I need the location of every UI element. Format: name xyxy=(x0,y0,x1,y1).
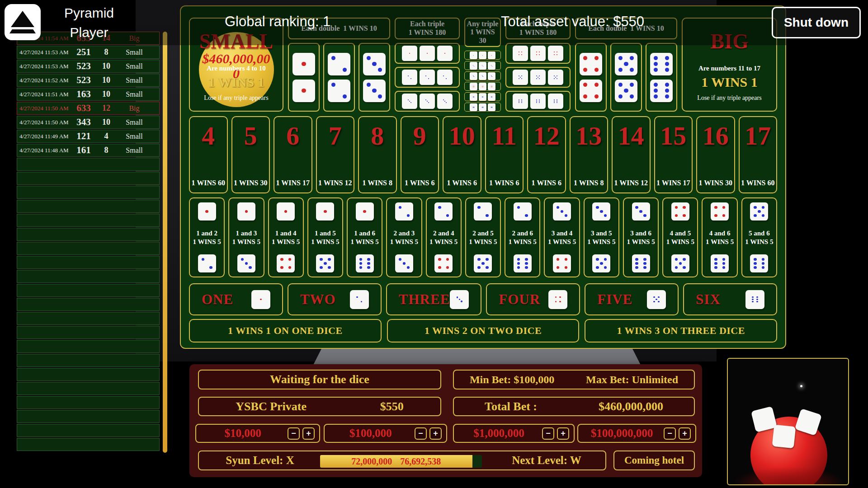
bet-limits-box: Min Bet: $100,000 Max Bet: Unlimited xyxy=(453,370,695,389)
bet-combo-1-2[interactable]: 1 and 21 WINS 5 xyxy=(189,197,225,277)
history-row-empty xyxy=(17,298,160,311)
pip xyxy=(643,262,646,265)
chip-10000-minus-button[interactable]: − xyxy=(288,427,300,440)
die-3 xyxy=(470,72,477,80)
pip xyxy=(536,54,537,55)
bet-total-13[interactable]: 131 WINS 8 xyxy=(570,116,609,193)
history-row-empty xyxy=(17,172,160,185)
bet-total-6[interactable]: 61 WINS 17 xyxy=(274,116,312,193)
bet-combo-4-5[interactable]: 4 and 51 WINS 5 xyxy=(662,197,698,277)
bet-combo-2-6[interactable]: 2 and 61 WINS 5 xyxy=(505,197,540,277)
bet-total-10[interactable]: 101 WINS 6 xyxy=(443,116,481,193)
chip-100000-plus-button[interactable]: + xyxy=(429,427,442,440)
combo-label: 3 and 41 WINS 5 xyxy=(548,229,576,246)
die-2 xyxy=(420,70,435,85)
chip-select-100000[interactable]: $100,000 − + xyxy=(324,424,447,443)
combo-name: 2 and 3 xyxy=(390,229,418,238)
pip xyxy=(492,108,492,108)
pip xyxy=(583,83,587,87)
bet-single-five[interactable]: FIVE xyxy=(585,283,679,315)
history-size: Small xyxy=(116,62,159,70)
bet-triple-4[interactable] xyxy=(505,43,571,64)
pip xyxy=(473,65,473,66)
bet-triple-1[interactable] xyxy=(395,43,460,64)
chip-100000000-minus-button[interactable]: − xyxy=(664,427,676,440)
pip xyxy=(554,75,555,76)
bet-total-9[interactable]: 91 WINS 6 xyxy=(401,116,439,193)
bet-combo-1-4[interactable]: 1 and 41 WINS 5 xyxy=(268,197,304,277)
bet-single-six[interactable]: SIX xyxy=(683,283,777,315)
bet-combo-1-3[interactable]: 1 and 31 WINS 5 xyxy=(228,197,264,277)
coming-hotel-button[interactable]: Coming hotel xyxy=(613,450,695,470)
die-1 xyxy=(479,52,486,59)
bet-combo-4-6[interactable]: 4 and 61 WINS 5 xyxy=(702,197,737,277)
pip xyxy=(483,87,483,87)
pip xyxy=(555,301,557,303)
bet-combo-2-4[interactable]: 2 and 41 WINS 5 xyxy=(426,197,462,277)
bet-total-8[interactable]: 81 WINS 8 xyxy=(358,116,397,193)
bet-total-5[interactable]: 51 WINS 30 xyxy=(231,116,270,193)
pyramid-base xyxy=(9,29,36,33)
bet-total-4[interactable]: 41 WINS 60 xyxy=(189,116,228,193)
total-number: 7 xyxy=(329,124,342,148)
bet-combo-5-6[interactable]: 5 and 61 WINS 5 xyxy=(741,197,777,277)
chip-select-100000000[interactable]: $100,000,000 − + xyxy=(577,424,696,443)
pip xyxy=(288,266,292,269)
die-4 xyxy=(553,254,571,272)
history-dice: 343 xyxy=(71,117,97,128)
bet-any-triple[interactable] xyxy=(464,51,501,112)
pip xyxy=(654,94,658,99)
combo-odds: 1 WINS 5 xyxy=(509,238,537,246)
chip-1000000-minus-button[interactable]: − xyxy=(542,427,554,440)
die-5 xyxy=(474,254,492,272)
bet-double-5[interactable] xyxy=(610,43,642,112)
pip xyxy=(594,68,599,72)
bet-combo-2-5[interactable]: 2 and 51 WINS 5 xyxy=(465,197,501,277)
bet-combo-2-3[interactable]: 2 and 31 WINS 5 xyxy=(386,197,422,277)
bet-triple-6[interactable] xyxy=(505,91,571,112)
totals-row: 41 WINS 6051 WINS 3061 WINS 1771 WINS 12… xyxy=(189,116,777,193)
chip-select-10000[interactable]: $10,000 − + xyxy=(195,424,320,443)
pip xyxy=(635,262,638,265)
bet-double-4[interactable] xyxy=(575,43,607,112)
bet-double-1[interactable] xyxy=(288,43,320,112)
shutdown-button[interactable]: Shut down xyxy=(772,7,861,38)
bet-single-two[interactable]: TWO xyxy=(288,283,382,315)
pip xyxy=(461,300,462,302)
combo-name: 2 and 6 xyxy=(509,229,537,238)
history-scrollbar[interactable] xyxy=(163,32,167,453)
pip xyxy=(519,52,519,52)
chip-10000-plus-button[interactable]: + xyxy=(302,427,315,440)
chip-1000000-plus-button[interactable]: + xyxy=(557,427,569,440)
bet-double-2[interactable] xyxy=(323,43,355,112)
bet-total-7[interactable]: 71 WINS 12 xyxy=(316,116,355,193)
chip-100000-minus-button[interactable]: − xyxy=(415,427,427,440)
bet-combo-3-6[interactable]: 3 and 61 WINS 5 xyxy=(623,197,659,277)
bet-single-one[interactable]: ONE xyxy=(189,283,283,315)
bet-triple-5[interactable] xyxy=(505,67,571,88)
bet-double-6[interactable] xyxy=(646,43,677,112)
bet-triple-2[interactable] xyxy=(395,67,460,88)
combo-name: 1 and 6 xyxy=(351,229,379,238)
bet-total-16[interactable]: 161 WINS 30 xyxy=(696,116,735,193)
bet-combo-3-5[interactable]: 3 and 51 WINS 5 xyxy=(584,197,619,277)
pip xyxy=(756,301,758,303)
bet-double-3[interactable] xyxy=(359,43,390,112)
bet-total-15[interactable]: 151 WINS 17 xyxy=(654,116,693,193)
bet-total-12[interactable]: 121 WINS 6 xyxy=(527,116,566,193)
single-payouts-row: 1 WINS 1 ON ONE DICE1 WINS 2 ON TWO DICE… xyxy=(189,319,777,343)
die-3 xyxy=(363,80,386,102)
bet-combo-3-4[interactable]: 3 and 41 WINS 5 xyxy=(544,197,580,277)
bet-combo-1-5[interactable]: 1 and 51 WINS 5 xyxy=(307,197,343,277)
bet-total-14[interactable]: 141 WINS 12 xyxy=(612,116,651,193)
bet-triple-3[interactable] xyxy=(395,91,460,112)
die-3 xyxy=(632,202,650,221)
chip-100000000-plus-button[interactable]: + xyxy=(679,427,691,440)
bet-single-three[interactable]: THREE xyxy=(386,283,482,315)
bet-single-four[interactable]: FOUR xyxy=(486,283,580,315)
bet-total-11[interactable]: 111 WINS 6 xyxy=(485,116,524,193)
bet-combo-1-6[interactable]: 1 and 61 WINS 5 xyxy=(347,197,382,277)
bet-total-17[interactable]: 171 WINS 60 xyxy=(739,116,778,193)
history-date: 4/27/2024 11:48 AM xyxy=(17,147,71,154)
chip-select-1000000[interactable]: $1,000,000 − + xyxy=(453,424,575,443)
